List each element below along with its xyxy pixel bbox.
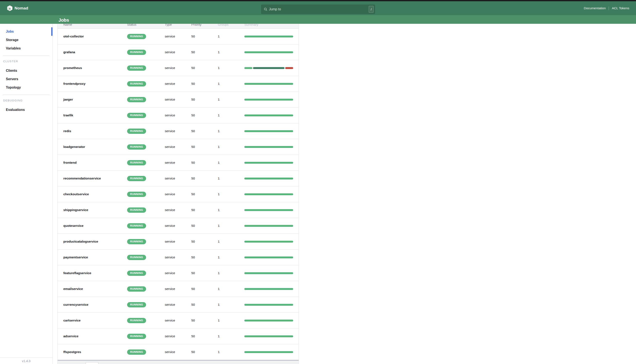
sidebar-item-clients[interactable]: Clients bbox=[0, 66, 52, 75]
table-row[interactable]: checkoutserviceRUNNINGservice501 bbox=[58, 186, 299, 202]
sidebar-item-jobs[interactable]: Jobs bbox=[0, 27, 52, 36]
job-groups: 1 bbox=[218, 334, 220, 338]
job-name-link[interactable]: checkoutservice bbox=[63, 192, 89, 196]
job-name-link[interactable]: adservice bbox=[63, 334, 78, 338]
table-row[interactable]: shippingserviceRUNNINGservice501 bbox=[58, 202, 299, 218]
table-row[interactable]: adserviceRUNNINGservice501 bbox=[58, 328, 299, 344]
sub-navbar bbox=[0, 15, 636, 24]
job-groups: 1 bbox=[218, 303, 220, 306]
summary-bar bbox=[244, 162, 293, 164]
table-row[interactable]: frontendRUNNINGservice501 bbox=[58, 155, 299, 171]
summary-segment bbox=[244, 114, 293, 116]
summary-bar bbox=[244, 272, 293, 274]
job-priority: 50 bbox=[191, 82, 195, 86]
navbar-links: Documentation ACL Tokens bbox=[584, 1, 629, 15]
job-name-link[interactable]: featureflagservice bbox=[63, 271, 91, 275]
table-row[interactable]: loadgeneratorRUNNINGservice501 bbox=[58, 139, 299, 155]
status-badge: RUNNING bbox=[127, 50, 146, 55]
job-name-link[interactable]: prometheus bbox=[63, 66, 82, 70]
job-groups: 1 bbox=[218, 50, 220, 54]
sidebar-item-label: Storage bbox=[6, 38, 18, 42]
job-name-link[interactable]: otel-collector bbox=[63, 34, 84, 38]
table-row[interactable]: recommendationserviceRUNNINGservice501 bbox=[58, 171, 299, 186]
job-name-link[interactable]: frontendproxy bbox=[63, 82, 86, 86]
summary-segment bbox=[244, 304, 293, 306]
job-name-link[interactable]: redis bbox=[63, 129, 71, 133]
table-row[interactable]: productcatalogserviceRUNNINGservice501 bbox=[58, 234, 299, 250]
sidebar-item-storage[interactable]: Storage bbox=[0, 36, 52, 44]
job-type: service bbox=[165, 114, 175, 117]
job-priority: 50 bbox=[191, 350, 195, 354]
job-groups: 1 bbox=[218, 145, 220, 148]
job-name-link[interactable]: emailservice bbox=[63, 287, 83, 290]
table-row[interactable]: grafanaRUNNINGservice501 bbox=[58, 44, 299, 60]
table-row[interactable]: traefikRUNNINGservice501 bbox=[58, 108, 299, 123]
job-name-link[interactable]: frontend bbox=[63, 161, 76, 164]
job-type: service bbox=[165, 82, 175, 86]
job-priority: 50 bbox=[191, 224, 195, 228]
job-type: service bbox=[165, 256, 175, 259]
sidebar-item-topology[interactable]: Topology bbox=[0, 83, 52, 92]
job-type: service bbox=[165, 145, 175, 148]
job-name-link[interactable]: traefik bbox=[63, 114, 73, 117]
sidebar-divider bbox=[3, 56, 50, 56]
page-size-box[interactable] bbox=[86, 362, 98, 364]
job-type: service bbox=[165, 208, 175, 212]
summary-segment bbox=[244, 288, 293, 290]
job-type: service bbox=[165, 271, 175, 275]
job-name-link[interactable]: paymentservice bbox=[63, 256, 88, 259]
search-icon bbox=[264, 8, 267, 11]
sidebar-section-heading: DEBUGGING bbox=[0, 98, 52, 104]
status-badge: RUNNING bbox=[127, 286, 146, 292]
table-row[interactable]: paymentserviceRUNNINGservice501 bbox=[58, 250, 299, 265]
pagination-footer bbox=[58, 361, 299, 364]
table-row[interactable]: featureflagserviceRUNNINGservice501 bbox=[58, 265, 299, 281]
table-row[interactable]: ffspostgresRUNNINGservice501 bbox=[58, 344, 299, 360]
status-badge: RUNNING bbox=[127, 128, 146, 134]
job-name-link[interactable]: loadgenerator bbox=[63, 145, 85, 148]
summary-bar bbox=[244, 241, 293, 242]
table-row[interactable]: frontendproxyRUNNINGservice501 bbox=[58, 76, 299, 92]
sidebar-section-heading: CLUSTER bbox=[0, 58, 52, 64]
jump-to-search-input[interactable]: Jump to / bbox=[261, 5, 375, 14]
nomad-brand[interactable]: n Nomad bbox=[7, 1, 28, 15]
job-name-link[interactable]: currencyservice bbox=[63, 303, 88, 306]
summary-bar bbox=[244, 178, 293, 180]
job-priority: 50 bbox=[191, 34, 195, 38]
job-type: service bbox=[165, 318, 175, 322]
job-groups: 1 bbox=[218, 192, 220, 196]
job-name-link[interactable]: jaeger bbox=[63, 98, 73, 101]
job-name-link[interactable]: recommendationservice bbox=[63, 176, 101, 180]
job-name-link[interactable]: shippingservice bbox=[63, 208, 88, 212]
acl-tokens-link[interactable]: ACL Tokens bbox=[612, 6, 629, 10]
summary-bar bbox=[244, 209, 293, 211]
table-row[interactable]: jaegerRUNNINGservice501 bbox=[58, 92, 299, 108]
table-row[interactable]: currencyserviceRUNNINGservice501 bbox=[58, 297, 299, 313]
status-badge: RUNNING bbox=[127, 34, 146, 39]
job-name-link[interactable]: ffspostgres bbox=[63, 350, 81, 354]
job-name-link[interactable]: quoteservice bbox=[63, 224, 84, 228]
table-row[interactable]: otel-collectorRUNNINGservice501 bbox=[58, 28, 299, 44]
job-priority: 50 bbox=[191, 271, 195, 275]
sidebar-item-label: Clients bbox=[6, 69, 17, 72]
table-row[interactable]: quoteserviceRUNNINGservice501 bbox=[58, 218, 299, 234]
sidebar-item-evaluations[interactable]: Evaluations bbox=[0, 106, 52, 114]
version-label: v1.4.3 bbox=[22, 359, 30, 363]
sidebar-item-servers[interactable]: Servers bbox=[0, 75, 52, 83]
table-row[interactable]: emailserviceRUNNINGservice501 bbox=[58, 281, 299, 297]
sidebar-item-variables[interactable]: Variables bbox=[0, 44, 52, 52]
job-name-link[interactable]: productcatalogservice bbox=[63, 240, 98, 243]
status-badge: RUNNING bbox=[127, 223, 146, 228]
jobs-table: NameStatusTypePriorityGroupsSummary otel… bbox=[58, 18, 299, 364]
status-badge: RUNNING bbox=[127, 176, 146, 181]
table-row[interactable]: prometheusRUNNINGservice501 bbox=[58, 60, 299, 76]
job-name-link[interactable]: cartservice bbox=[63, 318, 80, 322]
summary-bar bbox=[244, 256, 293, 258]
table-row[interactable]: redisRUNNINGservice501 bbox=[58, 123, 299, 139]
summary-bar bbox=[244, 320, 293, 322]
documentation-link[interactable]: Documentation bbox=[584, 6, 606, 10]
table-row[interactable]: cartserviceRUNNINGservice501 bbox=[58, 313, 299, 328]
job-name-link[interactable]: grafana bbox=[63, 50, 75, 54]
job-priority: 50 bbox=[191, 161, 195, 164]
summary-bar bbox=[244, 51, 293, 53]
